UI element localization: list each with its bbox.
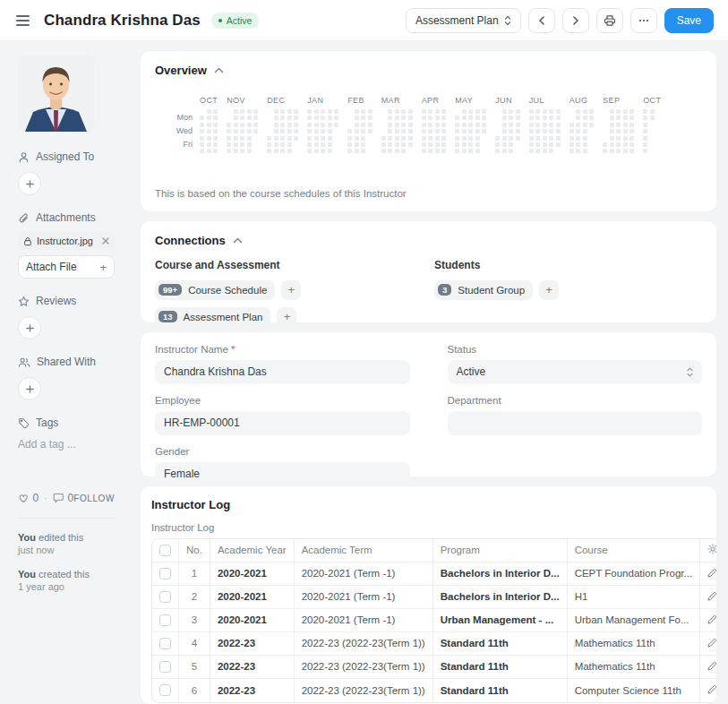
remove-attachment-icon[interactable] (102, 237, 109, 245)
menu-ellipsis-button[interactable] (630, 8, 657, 33)
heatmap-cell (589, 116, 594, 120)
heatmap-cell (643, 129, 647, 133)
row-checkbox[interactable] (159, 591, 171, 603)
edit-row-button[interactable]: Edit (707, 568, 716, 579)
heatmap-months: OCTNOVDECJANFEBMARAPRMAYJUNJULAUGSEPOCT (200, 96, 661, 153)
heatmap-cell (213, 116, 218, 120)
overview-title: Overview (155, 64, 207, 77)
heatmap-cell (328, 142, 332, 147)
row-checkbox[interactable] (159, 684, 171, 696)
select-all-checkbox[interactable] (159, 545, 171, 556)
add-tag-input[interactable]: Add a tag ... (18, 438, 141, 451)
plus-icon: + (99, 261, 107, 274)
connection-link[interactable]: 99+Course Schedule (155, 280, 275, 300)
pencil-icon (707, 615, 716, 624)
heatmap-cell (274, 136, 278, 141)
row-checkbox[interactable] (159, 638, 171, 649)
heatmap-cell (213, 149, 218, 153)
heatmap-cell (529, 142, 534, 147)
heatmap-cell (321, 136, 325, 141)
instructor-photo[interactable] (18, 56, 94, 132)
connection-link[interactable]: 3Student Group (434, 280, 533, 300)
instructor-name-input[interactable] (155, 360, 410, 384)
row-checkbox[interactable] (159, 568, 171, 580)
save-button[interactable]: Save (664, 8, 714, 33)
edit-row-button[interactable]: Edit (707, 684, 716, 695)
heatmap-cell (535, 116, 540, 120)
status-select[interactable]: Active (448, 360, 703, 384)
heatmap-cell (294, 109, 298, 114)
edit-row-button[interactable]: Edit (707, 591, 716, 602)
row-checkbox[interactable] (159, 661, 171, 673)
heatmap-cell (287, 116, 292, 120)
heatmap-cell (247, 129, 252, 133)
overview-footnote: This is based on the course schedules of… (155, 188, 702, 199)
employee-input[interactable] (155, 411, 410, 435)
heatmap-month-label: JUN (495, 96, 520, 104)
print-button[interactable] (596, 8, 623, 33)
chevron-up-icon[interactable] (214, 67, 224, 73)
next-button[interactable] (562, 8, 589, 33)
activity-list: You edited thisjust nowYou created this1… (18, 531, 141, 593)
cell-academic-term: 2020-2021 (Term -1) (295, 562, 433, 586)
heatmap-cell (616, 142, 621, 147)
heatmap-cell (200, 142, 204, 147)
heatmap-cell (623, 136, 628, 141)
chevron-up-icon[interactable] (233, 237, 243, 244)
status-field: Status Active (448, 344, 703, 384)
comment-icon[interactable] (53, 493, 64, 503)
heatmap-cell (462, 109, 467, 114)
heatmap-cell (610, 123, 614, 127)
heatmap-cell (623, 129, 628, 133)
heatmap-cell (280, 149, 285, 153)
edit-row-button[interactable]: Edit (707, 661, 716, 672)
cell-academic-year: 2022-23 (210, 632, 295, 656)
edit-row-button[interactable]: Edit (707, 614, 716, 625)
add-review-button[interactable] (18, 316, 41, 339)
heatmap-month: SEP (603, 96, 634, 153)
navbar: Chandra Krishna Das Active Assessment Pl… (0, 0, 728, 41)
attach-file-button[interactable]: Attach File + (18, 255, 115, 279)
select-arrows-icon (687, 367, 693, 377)
row-checkbox[interactable] (159, 614, 171, 626)
heatmap-cell (549, 116, 553, 120)
assessment-plan-dropdown[interactable]: Assessment Plan (406, 8, 521, 33)
heatmap-month-label: AUG (570, 96, 595, 104)
printer-icon (604, 14, 616, 27)
gender-input[interactable] (155, 462, 410, 486)
heatmap-cell (556, 116, 561, 120)
heatmap-cell (207, 142, 211, 147)
heart-icon[interactable] (18, 493, 29, 503)
edit-row-button[interactable]: Edit (707, 638, 716, 648)
attachment-chip[interactable]: Instructor.jpg (18, 232, 115, 250)
department-input[interactable] (448, 411, 703, 435)
overview-header[interactable]: Overview (155, 64, 702, 77)
prev-button[interactable] (528, 8, 555, 33)
connection-link[interactable]: 13Assessment Plan (155, 307, 270, 327)
connection-add-button[interactable]: + (539, 280, 559, 300)
add-assignment-button[interactable] (18, 172, 41, 195)
connections-header[interactable]: Connections (155, 234, 702, 247)
heatmap-cell (240, 123, 244, 127)
heatmap-cell (307, 123, 312, 127)
table-row: 52022-232022-23 (2022-23(Term 1))Standar… (152, 656, 716, 679)
follow-button[interactable]: FOLLOW (73, 494, 115, 503)
hamburger-icon[interactable] (14, 12, 31, 30)
heatmap-cell (535, 149, 540, 153)
connection-add-button[interactable]: + (281, 280, 301, 300)
heatmap-cell (435, 116, 440, 120)
reviews-section: Reviews (18, 295, 141, 307)
heatmap-month: OCT (643, 96, 661, 153)
heatmap-cell (441, 116, 446, 120)
close-icon (102, 237, 109, 245)
heatmap-cell (395, 129, 399, 133)
pencil-icon (707, 569, 716, 578)
heatmap-cell (468, 129, 473, 133)
heatmap-cell (529, 129, 534, 133)
add-share-button[interactable] (18, 377, 41, 400)
heatmap-cell (462, 123, 467, 127)
attachments-section: Attachments (18, 211, 141, 224)
connection-add-button[interactable]: + (277, 307, 296, 327)
table-row: 42022-232022-23 (2022-23(Term 1))Standar… (152, 632, 716, 656)
grid-settings-button[interactable] (707, 544, 716, 554)
